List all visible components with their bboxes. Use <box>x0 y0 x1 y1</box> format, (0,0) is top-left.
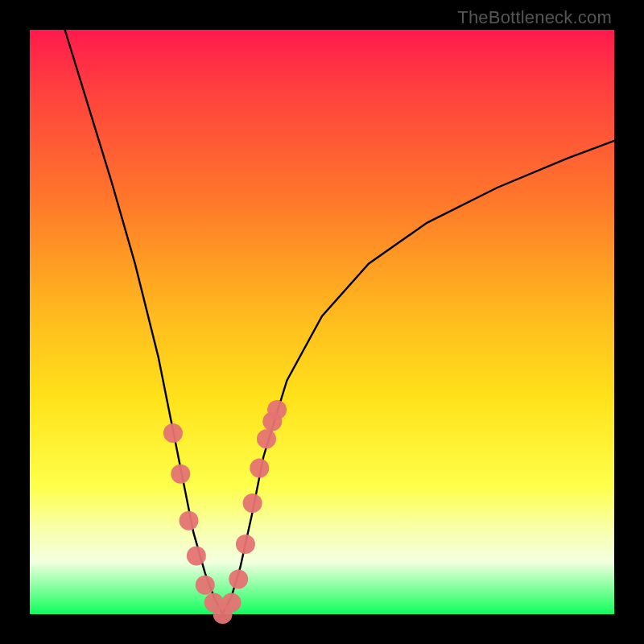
plot-area <box>30 30 614 614</box>
highlight-dot <box>243 493 262 513</box>
highlight-dot <box>250 459 269 478</box>
highlight-dot <box>180 511 199 530</box>
chart-frame: TheBottleneck.com <box>0 0 644 644</box>
highlight-dot <box>171 464 190 484</box>
bottleneck-curve <box>65 30 614 614</box>
highlight-dot <box>267 400 287 419</box>
highlight-dot <box>229 569 248 588</box>
chart-svg <box>30 30 614 614</box>
highlight-dot <box>236 535 255 554</box>
highlight-dot <box>187 546 206 565</box>
highlight-dot <box>222 593 242 613</box>
highlight-dot <box>163 423 183 443</box>
watermark-text: TheBottleneck.com <box>457 7 612 28</box>
highlight-dots-group <box>163 400 287 624</box>
highlight-dot <box>196 576 215 595</box>
highlight-dot <box>257 429 276 448</box>
